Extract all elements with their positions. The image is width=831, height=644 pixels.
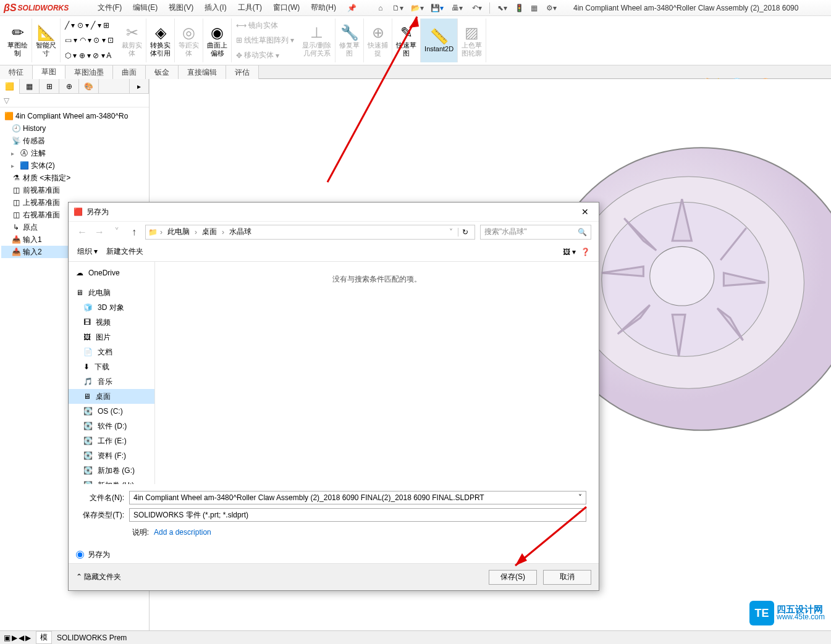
side-onedrive[interactable]: ☁OneDrive xyxy=(69,266,154,280)
expand-icon[interactable]: ▸ xyxy=(11,150,17,157)
close-button[interactable]: ✕ xyxy=(576,207,594,217)
sketch-draw-button[interactable]: ✏ 草图绘 制 xyxy=(4,19,32,62)
side-music[interactable]: 🎵音乐 xyxy=(69,374,154,389)
save-icon[interactable]: 💾▾ xyxy=(428,1,447,15)
tree-material[interactable]: ⚗材质 <未指定> xyxy=(1,172,148,184)
tab-features[interactable]: 特征 xyxy=(0,65,33,79)
tree-sensors[interactable]: 📡传感器 xyxy=(1,135,148,147)
dataf-label: 资料 (F:) xyxy=(98,451,126,461)
home-icon[interactable]: ⌂ xyxy=(374,1,387,15)
savetype-select[interactable]: SOLIDWORKS 零件 (*.prt; *.sldprt)˅ xyxy=(129,508,586,522)
radio-saveas[interactable]: 另存为 xyxy=(76,548,591,561)
side-soft-d[interactable]: 💽软件 (D:) xyxy=(69,419,154,433)
tree-annotations[interactable]: ▸Ⓐ注解 xyxy=(1,147,148,159)
poly-tool[interactable]: ⬡ ▾ ⊕ ▾ ⊘ ▾ A xyxy=(63,49,116,62)
search-box[interactable]: 搜索"水晶球" 🔍 xyxy=(480,225,591,240)
panel-tabs: 🟨 ▦ ⊞ ⊕ 🎨 ▸ xyxy=(0,79,149,94)
new-doc-icon[interactable]: 🗋▾ xyxy=(389,1,407,15)
offset-surface-button[interactable]: ◉ 曲面上 偏移 xyxy=(203,19,232,62)
crumb-pc[interactable]: 此电脑 xyxy=(165,227,192,237)
refresh-icon[interactable]: ↻ xyxy=(458,228,472,236)
tab-direct-edit[interactable]: 直接编辑 xyxy=(179,65,226,79)
menu-pin-icon[interactable]: 📌 xyxy=(342,2,361,14)
help-icon[interactable]: ❓ xyxy=(581,248,590,256)
display-tab-icon[interactable]: 🎨 xyxy=(79,79,99,94)
tree-root[interactable]: 🟧4in Compliant Wheel am-3480^Ro xyxy=(1,110,148,122)
new-folder-button[interactable]: 新建文件夹 xyxy=(106,246,143,257)
side-documents[interactable]: 📄文档 xyxy=(69,345,154,359)
crumb-folder[interactable]: 水晶球 xyxy=(227,227,254,237)
menu-edit[interactable]: 编辑(E) xyxy=(128,1,162,15)
search-icon[interactable]: 🔍 xyxy=(578,228,587,236)
filename-input[interactable]: 4in Compliant Wheel am-3480^Roller Claw … xyxy=(129,491,586,504)
breadcrumb[interactable]: 📁 › 此电脑 › 桌面 › 水晶球 ˅ ↻ xyxy=(145,225,475,240)
cancel-button[interactable]: 取消 xyxy=(543,570,591,585)
side-work-e[interactable]: 💽工作 (E:) xyxy=(69,433,154,448)
undo-icon[interactable]: ↶▾ xyxy=(468,1,486,15)
side-data-f[interactable]: 💽资料 (F:) xyxy=(69,448,154,463)
expand-icon[interactable]: ▸ xyxy=(11,162,17,169)
file-list-area[interactable]: 没有与搜索条件匹配的项。 xyxy=(155,262,599,484)
filter-bar[interactable]: ▽ xyxy=(0,94,149,107)
menu-insert[interactable]: 插入(I) xyxy=(200,1,231,15)
menu-tools[interactable]: 工具(T) xyxy=(233,1,267,15)
side-desktop[interactable]: 🖥桌面 xyxy=(69,389,154,404)
select-icon[interactable]: ⬉▾ xyxy=(493,1,512,15)
dropdown-icon[interactable]: ˅ xyxy=(578,511,582,519)
side-vol-h[interactable]: 💽新加卷 (H:) xyxy=(69,478,154,484)
instant2d-button[interactable]: 📏 Instant2D xyxy=(421,19,458,62)
print-icon[interactable]: 🖶▾ xyxy=(448,1,466,15)
side-videos[interactable]: 🎞视频 xyxy=(69,315,154,330)
crumb-desktop[interactable]: 桌面 xyxy=(200,227,219,237)
side-vol-g[interactable]: 💽新加卷 (G:) xyxy=(69,463,154,478)
tab-evaluate[interactable]: 评估 xyxy=(226,65,259,79)
tree-history[interactable]: 🕘History xyxy=(1,122,148,135)
nav-up-icon[interactable]: ↑ xyxy=(128,227,140,238)
motion-icon[interactable]: ▶ xyxy=(25,634,31,642)
menu-view[interactable]: 视图(V) xyxy=(164,1,198,15)
motion-icon[interactable]: ◀ xyxy=(19,634,24,642)
status-model[interactable]: 模 xyxy=(36,631,52,644)
description-link[interactable]: Add a description xyxy=(154,528,211,537)
dropdown-icon[interactable]: ˅ xyxy=(578,493,582,502)
rebuild-icon[interactable]: ▦ xyxy=(528,1,541,15)
nav-recent-icon[interactable]: ˅ xyxy=(111,226,123,238)
nav-back-icon[interactable]: ← xyxy=(76,227,88,238)
tab-surfaces[interactable]: 曲面 xyxy=(113,65,146,79)
save-button[interactable]: 保存(S) xyxy=(489,570,537,585)
line-tool[interactable]: ╱ ▾ ⊙ ▾ ╱ ▾ ⊞ xyxy=(63,19,116,32)
feature-tree-tab-icon[interactable]: 🟨 xyxy=(0,79,20,94)
tab-ink[interactable]: 草图油墨 xyxy=(65,65,113,79)
menu-window[interactable]: 窗口(W) xyxy=(268,1,305,15)
crumb-dropdown-icon[interactable]: ˅ xyxy=(449,228,453,236)
menu-help[interactable]: 帮助(H) xyxy=(306,1,341,15)
side-pictures[interactable]: 🖼图片 xyxy=(69,330,154,345)
drive-icon: 💽 xyxy=(83,422,93,430)
dim-tab-icon[interactable]: ⊕ xyxy=(59,79,79,94)
saveas-radio[interactable] xyxy=(76,551,84,559)
open-doc-icon[interactable]: 📂▾ xyxy=(408,1,427,15)
tree-solid-bodies[interactable]: ▸🟦实体(2) xyxy=(1,159,148,172)
motion-icon[interactable]: ▶ xyxy=(12,634,17,642)
side-os-c[interactable]: 💽OS (C:) xyxy=(69,404,154,419)
hide-folders-link[interactable]: ⌃ 隐藏文件夹 xyxy=(76,572,121,582)
options-icon[interactable]: ⚙▾ xyxy=(542,1,561,15)
smart-dim-button[interactable]: 📐 智能尺 寸 xyxy=(32,19,61,62)
tab-sketch[interactable]: 草图 xyxy=(33,65,65,79)
side-this-pc[interactable]: 🖥此电脑 xyxy=(69,285,154,300)
panel-expand-icon[interactable]: ▸ xyxy=(129,79,149,94)
tree-front-plane[interactable]: ◫前视基准面 xyxy=(1,184,148,196)
organize-button[interactable]: 组织 ▾ xyxy=(77,246,98,257)
side-downloads[interactable]: ⬇下载 xyxy=(69,359,154,374)
config-tab-icon[interactable]: ⊞ xyxy=(40,79,59,94)
traffic-light-icon[interactable]: 🚦 xyxy=(513,1,526,15)
tab-sheet-metal[interactable]: 钣金 xyxy=(146,65,179,79)
quick-sketch-button[interactable]: ✎ 快速草 图 xyxy=(392,19,421,62)
rect-tool[interactable]: ▭ ▾ ◠ ▾ ⊙ ▾ ⊡ xyxy=(63,33,116,47)
menu-file[interactable]: 文件(F) xyxy=(93,1,127,15)
motion-icon[interactable]: ▣ xyxy=(4,634,11,642)
view-mode-icon[interactable]: 🖼 ▾ xyxy=(563,248,576,256)
property-tab-icon[interactable]: ▦ xyxy=(20,79,40,94)
convert-button[interactable]: ◈ 转换实 体引用 xyxy=(146,19,175,62)
side-3d-objects[interactable]: 🧊3D 对象 xyxy=(69,300,154,315)
